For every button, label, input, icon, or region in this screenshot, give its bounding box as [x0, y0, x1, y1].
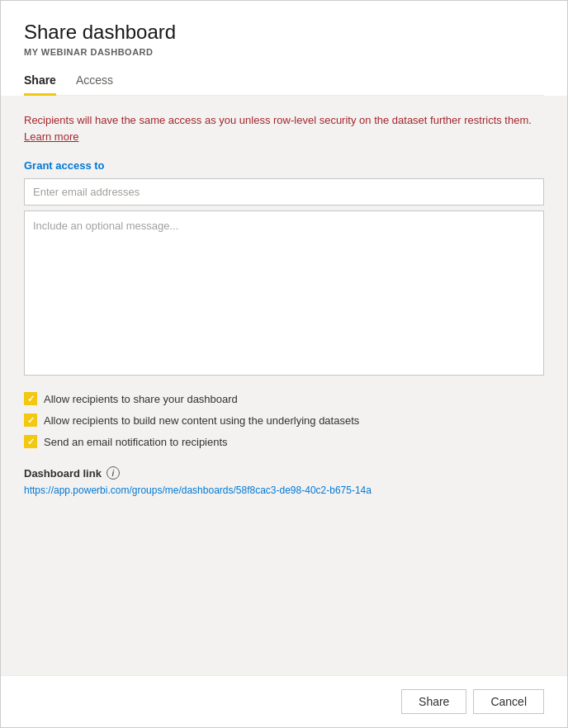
dialog-title: Share dashboard [24, 21, 544, 44]
cancel-button[interactable]: Cancel [473, 689, 544, 714]
checkbox-send-email-box[interactable]: ✓ [24, 435, 37, 448]
checkbox-allow-build-label: Allow recipients to build new content us… [44, 414, 359, 427]
info-message-text: Recipients will have the same access as … [24, 114, 532, 126]
email-input[interactable] [24, 178, 544, 206]
share-dashboard-dialog: Share dashboard MY WEBINAR DASHBOARD Sha… [0, 0, 568, 728]
checkbox-allow-share-box[interactable]: ✓ [24, 392, 37, 405]
dashboard-link-text: Dashboard link [24, 467, 102, 480]
dashboard-url[interactable]: https://app.powerbi.com/groups/me/dashbo… [24, 485, 544, 496]
dialog-subtitle: MY WEBINAR DASHBOARD [24, 47, 544, 57]
info-icon[interactable]: i [106, 466, 120, 480]
dashboard-link-section: Dashboard link i https://app.powerbi.com… [24, 466, 544, 496]
checkbox-allow-share[interactable]: ✓ Allow recipients to share your dashboa… [24, 392, 544, 405]
checkbox-send-email-label: Send an email notification to recipients [44, 436, 228, 448]
checkbox-send-email[interactable]: ✓ Send an email notification to recipien… [24, 435, 544, 448]
grant-access-label: Grant access to [24, 159, 544, 172]
checkbox-allow-build[interactable]: ✓ Allow recipients to build new content … [24, 414, 544, 427]
checkmark-send-email: ✓ [27, 437, 35, 447]
checkmark-allow-share: ✓ [27, 395, 35, 404]
dialog-header: Share dashboard MY WEBINAR DASHBOARD Sha… [1, 1, 567, 96]
dashboard-link-label: Dashboard link i [24, 466, 544, 480]
tab-access[interactable]: Access [76, 67, 113, 96]
checkbox-allow-build-box[interactable]: ✓ [24, 414, 37, 427]
dialog-body: Recipients will have the same access as … [1, 96, 567, 675]
checkbox-allow-share-label: Allow recipients to share your dashboard [44, 393, 238, 405]
learn-more-link[interactable]: Learn more [24, 130, 78, 143]
tab-share[interactable]: Share [24, 67, 56, 96]
share-button[interactable]: Share [401, 689, 466, 714]
dialog-footer: Share Cancel [1, 675, 567, 727]
tab-bar: Share Access [24, 67, 544, 96]
checkbox-group: ✓ Allow recipients to share your dashboa… [24, 392, 544, 448]
message-textarea[interactable] [24, 210, 544, 376]
info-message: Recipients will have the same access as … [24, 112, 544, 144]
checkmark-allow-build: ✓ [27, 416, 35, 425]
